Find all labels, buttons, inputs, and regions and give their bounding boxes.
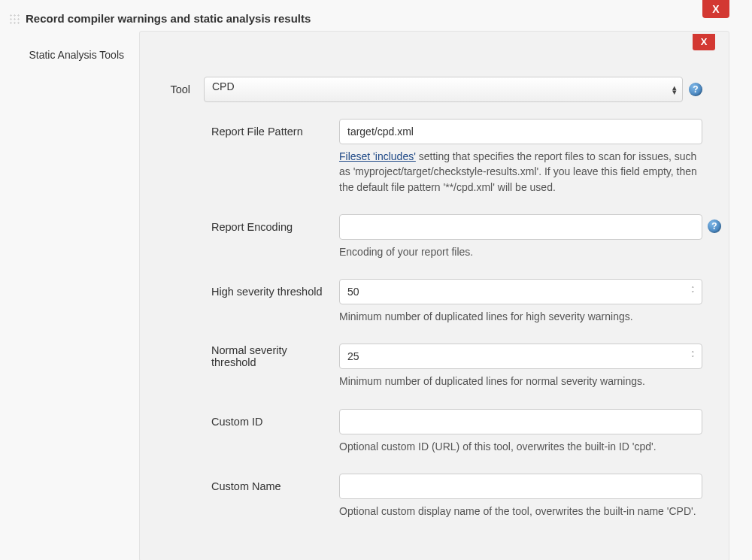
label-report-encoding: Report Encoding [211, 221, 339, 233]
sidebar-item-static-analysis[interactable]: Static Analysis Tools [0, 46, 132, 64]
report-encoding-input[interactable] [339, 214, 702, 240]
section-delete-button[interactable]: X [702, 0, 729, 18]
row-report-file-pattern: Report File Pattern [211, 119, 702, 144]
label-custom-id: Custom ID [211, 416, 339, 428]
help-report-encoding: Encoding of your report files. [211, 244, 702, 259]
custom-name-input[interactable] [339, 474, 702, 499]
row-high-threshold: High severity threshold ˄˅ [211, 279, 702, 304]
section-title: Record compiler warnings and static anal… [26, 12, 311, 25]
help-custom-id: Optional custom ID (URL) of this tool, o… [211, 439, 702, 454]
row-normal-threshold: Normal severity threshold ˄˅ [211, 344, 702, 369]
help-high-threshold: Minimum number of duplicated lines for h… [211, 309, 702, 324]
help-icon[interactable]: ? [708, 219, 721, 233]
report-file-pattern-input[interactable] [339, 119, 702, 144]
row-custom-name: Custom Name [211, 474, 702, 499]
sidebar: Static Analysis Tools [0, 31, 139, 71]
tool-select[interactable]: CPD [204, 77, 683, 102]
drag-handle-icon[interactable] [9, 14, 20, 24]
custom-id-input[interactable] [339, 409, 702, 434]
label-tool: Tool [166, 83, 204, 95]
label-normal-threshold: Normal severity threshold [211, 344, 339, 368]
row-report-encoding: Report Encoding ? [211, 214, 702, 240]
row-tool: Tool CPD ▴▾ ? [166, 77, 702, 102]
label-report-file-pattern: Report File Pattern [211, 126, 339, 138]
help-icon[interactable]: ? [689, 83, 702, 96]
tool-delete-button[interactable]: X [693, 34, 715, 50]
row-custom-id: Custom ID [211, 409, 702, 434]
fileset-includes-link[interactable]: Fileset 'includes' [339, 150, 416, 162]
help-report-file-pattern: Fileset 'includes' setting that specifie… [211, 149, 702, 195]
help-normal-threshold: Minimum number of duplicated lines for n… [211, 374, 702, 389]
tool-config-panel: X Tool CPD ▴▾ ? Report File Pattern [139, 31, 729, 560]
label-high-threshold: High severity threshold [211, 286, 339, 298]
label-custom-name: Custom Name [211, 480, 339, 492]
section-header: Record compiler warnings and static anal… [0, 0, 752, 31]
normal-threshold-input[interactable] [339, 344, 702, 369]
high-threshold-input[interactable] [339, 279, 702, 304]
help-custom-name: Optional custom display name of the tool… [211, 504, 702, 519]
config-section: X Record compiler warnings and static an… [0, 0, 752, 560]
